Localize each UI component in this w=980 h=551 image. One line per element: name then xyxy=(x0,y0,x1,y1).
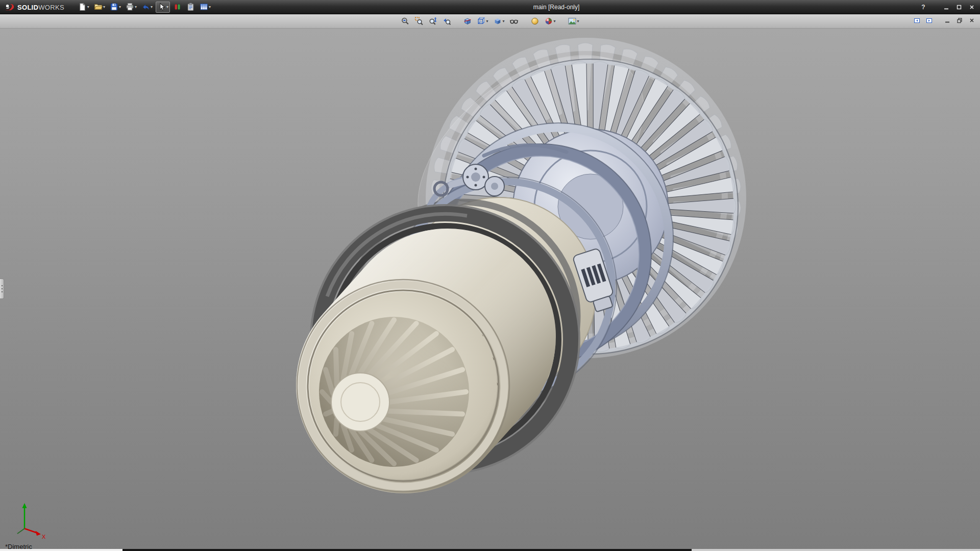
dropdown-arrow-icon[interactable]: ▾ xyxy=(119,5,121,9)
titlebar-window-controls: ? xyxy=(919,0,977,14)
save-button[interactable]: ▾ xyxy=(108,2,122,13)
maximize-icon xyxy=(956,4,962,10)
scene-button[interactable]: ▾ xyxy=(567,15,581,27)
appearances-button[interactable]: ▾ xyxy=(543,15,557,27)
next-window-icon xyxy=(926,17,933,24)
dassault-systemes-mark-icon xyxy=(4,3,15,11)
minimize-icon xyxy=(943,4,949,10)
dropdown-arrow-icon[interactable]: ▾ xyxy=(577,19,579,23)
window-title: main [Read-only] xyxy=(245,4,868,11)
triad-z-axis xyxy=(17,529,24,534)
print-button[interactable]: ▾ xyxy=(124,2,138,13)
dropdown-arrow-icon[interactable]: ▾ xyxy=(486,19,488,23)
previous-view-icon xyxy=(442,17,451,26)
dropdown-arrow-icon[interactable]: ▾ xyxy=(151,5,153,9)
splitter-grip-dots xyxy=(2,288,3,289)
previous-window-button[interactable] xyxy=(912,16,922,25)
heads-up-view-toolbar: ▾ ▾ xyxy=(399,15,580,27)
brand-works: WORKS xyxy=(38,4,64,11)
triad-x-axis xyxy=(24,529,38,533)
cone-end-disc[interactable] xyxy=(331,373,389,431)
maximize-button[interactable] xyxy=(953,3,965,12)
dropdown-arrow-icon[interactable]: ▾ xyxy=(166,5,168,9)
next-window-button[interactable] xyxy=(924,16,934,25)
appearances-sphere-icon xyxy=(545,17,553,26)
doc-restore-button[interactable] xyxy=(954,16,965,25)
triad-y-arrow xyxy=(22,503,27,508)
minimize-button[interactable] xyxy=(941,3,952,12)
rebuild-button[interactable] xyxy=(172,2,183,13)
select-cursor-icon xyxy=(157,3,166,11)
realview-button[interactable] xyxy=(529,15,541,27)
main-toolbar: ▾ ▾ ▾ ▾ xyxy=(77,2,212,13)
help-button[interactable]: ? xyxy=(919,4,928,11)
realview-sphere-icon xyxy=(531,17,540,26)
select-button[interactable]: ▾ xyxy=(156,2,170,13)
doc-minimize-button[interactable] xyxy=(942,16,952,25)
dropdown-arrow-icon[interactable]: ▾ xyxy=(554,19,556,23)
titlebar: SOLIDWORKS ▾ ▾ ▾ xyxy=(0,0,980,14)
display-style-button[interactable]: ▾ xyxy=(492,15,506,27)
minimize-icon xyxy=(944,17,950,23)
brand-solid: SOLID xyxy=(17,4,38,11)
scene-icon xyxy=(568,17,577,26)
close-button[interactable] xyxy=(966,3,977,12)
triad-x-arrow xyxy=(36,531,41,536)
section-view-button[interactable] xyxy=(461,15,473,27)
document-window-controls xyxy=(912,16,977,25)
print-icon xyxy=(126,3,134,11)
zoom-in-out-icon xyxy=(428,17,437,26)
new-document-button[interactable]: ▾ xyxy=(77,2,91,13)
display-style-icon xyxy=(493,17,502,26)
open-folder-icon xyxy=(94,3,103,11)
triad-x-label: X xyxy=(42,534,46,540)
previous-window-icon xyxy=(914,17,920,24)
dropdown-arrow-icon[interactable]: ▾ xyxy=(103,5,105,9)
undo-icon xyxy=(141,3,150,11)
previous-view-button[interactable] xyxy=(440,15,452,27)
undo-button[interactable]: ▾ xyxy=(140,2,154,13)
doc-close-button[interactable] xyxy=(967,16,977,25)
zoom-area-icon xyxy=(414,17,423,26)
hide-show-items-button[interactable] xyxy=(508,15,520,27)
section-view-icon xyxy=(463,17,472,26)
solidworks-logo: SOLIDWORKS xyxy=(0,3,69,12)
dropdown-arrow-icon[interactable]: ▾ xyxy=(135,5,137,9)
close-icon xyxy=(969,17,975,23)
view-orientation-icon xyxy=(477,17,485,26)
dropdown-arrow-icon[interactable]: ▾ xyxy=(209,5,211,9)
close-icon xyxy=(969,4,975,10)
dropdown-arrow-icon[interactable]: ▾ xyxy=(502,19,504,23)
clipboard-button[interactable] xyxy=(185,2,197,13)
graphics-viewport[interactable] xyxy=(0,0,980,551)
dropdown-arrow-icon[interactable]: ▾ xyxy=(87,5,89,9)
menubar-strip: ▾ ▾ xyxy=(0,14,980,29)
options-grid-icon xyxy=(200,3,208,11)
save-icon xyxy=(110,3,118,11)
clipboard-icon xyxy=(186,3,195,11)
screen-bottom-edge xyxy=(0,549,980,551)
brand-text: SOLIDWORKS xyxy=(17,3,64,12)
new-document-icon xyxy=(78,3,87,11)
zoom-in-out-button[interactable] xyxy=(427,15,438,27)
hide-show-items-icon xyxy=(510,17,519,26)
zoom-area-button[interactable] xyxy=(413,15,425,27)
view-orientation-button[interactable]: ▾ xyxy=(475,15,489,27)
panel-splitter-handle[interactable] xyxy=(0,279,4,299)
rebuild-icon xyxy=(173,3,182,11)
zoom-to-fit-icon xyxy=(401,17,409,26)
options-button[interactable]: ▾ xyxy=(198,2,212,13)
jet-engine-assembly[interactable] xyxy=(297,15,741,492)
open-button[interactable]: ▾ xyxy=(92,2,107,13)
reference-triad[interactable]: X xyxy=(8,497,51,540)
zoom-to-fit-button[interactable] xyxy=(399,15,411,27)
restore-icon xyxy=(957,17,963,23)
